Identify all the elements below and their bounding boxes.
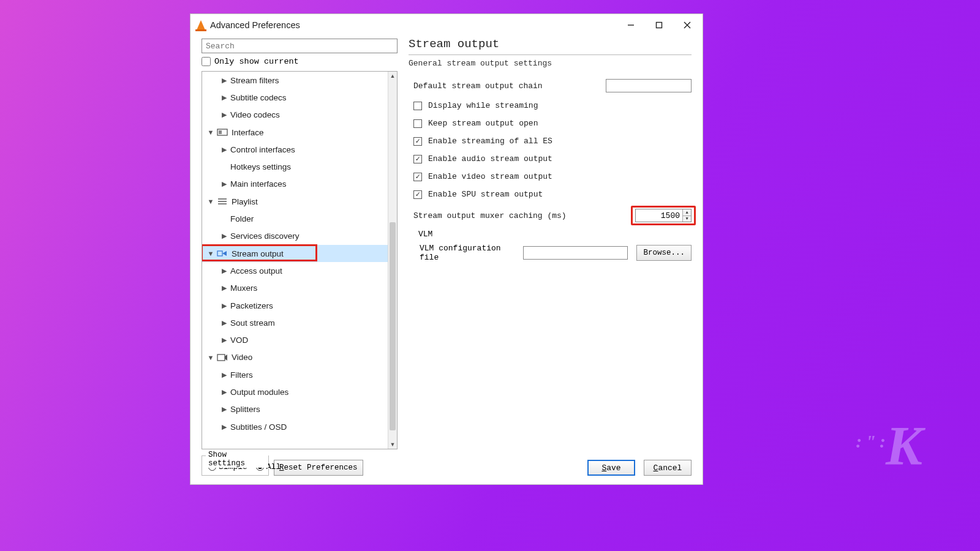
tree-item-stream-filters[interactable]: ▶Stream filters [202,72,388,89]
vlc-cone-icon [197,20,205,30]
checkbox-row[interactable]: Enable streaming of all ES [409,134,692,148]
svg-rect-1 [657,23,662,28]
svg-rect-5 [219,130,222,134]
tree-item-playlist[interactable]: ▼Playlist [202,193,388,210]
tree-item-stream-output[interactable]: ▼Stream output [202,245,388,262]
only-show-current-checkbox[interactable] [202,57,211,66]
tree-item-label: Stream output [232,249,284,258]
scroll-thumb[interactable] [390,222,396,430]
tree-item-label: Access output [230,266,282,276]
close-button[interactable] [673,14,701,36]
tree-item-label: Services discovery [230,231,300,241]
tree-item-label: Muxers [230,283,257,293]
titlebar[interactable]: Advanced Preferences [190,14,703,36]
save-button[interactable]: Save [587,460,635,476]
tree-item-folder[interactable]: Folder [202,210,388,227]
checkbox-label: Enable streaming of all ES [428,137,552,146]
cancel-button[interactable]: Cancel [644,460,692,476]
tree-item-label: Folder [230,214,254,223]
default-chain-row: Default stream output chain [409,79,692,92]
checkbox-icon[interactable] [413,190,422,199]
tree-item-label: Sout stream [230,318,275,328]
spin-up-button[interactable]: ▲ [682,209,691,216]
vlm-file-row: VLM configuration file Browse... [409,244,692,262]
scroll-down-button[interactable]: ▼ [388,440,397,449]
tree-item-packetizers[interactable]: ▶Packetizers [202,297,388,314]
left-column: Only show current ▶Stream filters▶Subtit… [202,39,398,449]
maximize-button[interactable] [645,14,673,36]
tree-item-interface[interactable]: ▼Interface [202,124,388,141]
tree-item-label: Output modules [230,388,288,397]
browse-button[interactable]: Browse... [636,245,692,261]
expander-icon: ▶ [221,77,228,84]
tree-item-subtitles-osd[interactable]: ▶Subtitles / OSD [202,418,388,435]
checkbox-row[interactable]: Keep stream output open [409,116,692,130]
show-settings-legend: Show settings [206,451,268,468]
show-settings-group: Show settings Simple All [202,455,269,476]
scroll-track[interactable] [388,80,397,440]
tree-item-output-modules[interactable]: ▶Output modules [202,383,388,400]
checkbox-icon[interactable] [413,119,422,128]
tree-item-sout-stream[interactable]: ▶Sout stream [202,314,388,331]
dialog-footer: Show settings Simple All Reset Preferenc… [190,452,703,484]
expander-icon: ▼ [207,129,214,136]
expander-icon: ▶ [221,423,228,431]
checkbox-label: Enable video stream output [428,172,552,181]
tree-item-label: Control interfaces [230,145,295,154]
tree-item-main-interfaces[interactable]: ▶Main interfaces [202,176,388,193]
tree-item-muxers[interactable]: ▶Muxers [202,280,388,297]
minimize-button[interactable] [617,14,645,36]
only-show-current-label: Only show current [214,57,299,66]
checkbox-label: Enable SPU stream output [428,190,543,199]
tree-item-hotkeys-settings[interactable]: Hotkeys settings [202,158,388,175]
window-controls [617,14,701,36]
checkbox-row[interactable]: Display while streaming [409,99,692,113]
interface-icon [217,128,228,137]
expander-icon: ▼ [207,198,214,205]
default-chain-input[interactable] [606,79,692,92]
checkbox-icon[interactable] [413,155,422,163]
checkbox-label: Display while streaming [428,101,538,110]
spin-down-button[interactable]: ▼ [682,216,691,222]
tree-item-label: Subtitle codecs [230,93,287,102]
checkbox-icon[interactable] [413,137,422,146]
tree-item-access-output[interactable]: ▶Access output [202,262,388,279]
vlm-file-input[interactable] [523,246,628,260]
expander-icon: ▶ [221,146,228,154]
checkbox-icon[interactable] [413,173,422,181]
checkbox-label: Keep stream output open [428,119,538,128]
tree-item-services-discovery[interactable]: ▶Services discovery [202,228,388,245]
tree-item-label: Packetizers [230,301,273,310]
tree-item-label: Main interfaces [230,179,287,189]
tree-item-label: Splitters [230,405,260,414]
section-heading: General stream output settings [409,59,692,68]
video-icon [217,353,228,362]
tree-item-subtitle-codecs[interactable]: ▶Subtitle codecs [202,89,388,106]
checkbox-icon[interactable] [413,102,422,110]
tree-scrollbar[interactable]: ▲ ▼ [388,72,397,449]
expander-icon: ▶ [221,94,228,102]
reset-preferences-button[interactable]: Reset Preferences [274,460,363,476]
muxer-caching-label: Stream output muxer caching (ms) [413,211,567,220]
preferences-tree[interactable]: ▶Stream filters▶Subtitle codecs▶Video co… [202,72,388,449]
expander-icon: ▶ [221,232,228,240]
tree-item-splitters[interactable]: ▶Splitters [202,401,388,418]
tree-item-filters[interactable]: ▶Filters [202,366,388,383]
expander-icon: ▼ [207,354,214,361]
tree-item-control-interfaces[interactable]: ▶Control interfaces [202,141,388,158]
tree-item-video[interactable]: ▼Video [202,349,388,366]
spin-buttons: ▲ ▼ [682,209,691,222]
tree-item-vod[interactable]: ▶VOD [202,331,388,348]
checkbox-row[interactable]: Enable SPU stream output [409,187,692,201]
tree-item-label: Hotkeys settings [230,162,291,171]
expander-icon: ▶ [221,180,228,188]
search-input[interactable] [202,39,398,53]
checkbox-row[interactable]: Enable video stream output [409,170,692,184]
checkbox-row[interactable]: Enable audio stream output [409,152,692,166]
panel-title: Stream output [409,37,692,51]
only-show-current-row[interactable]: Only show current [202,57,398,66]
expander-icon: ▶ [221,405,228,413]
scroll-up-button[interactable]: ▲ [388,72,397,80]
tree-item-label: Video codecs [230,110,280,119]
tree-item-video-codecs[interactable]: ▶Video codecs [202,107,388,124]
